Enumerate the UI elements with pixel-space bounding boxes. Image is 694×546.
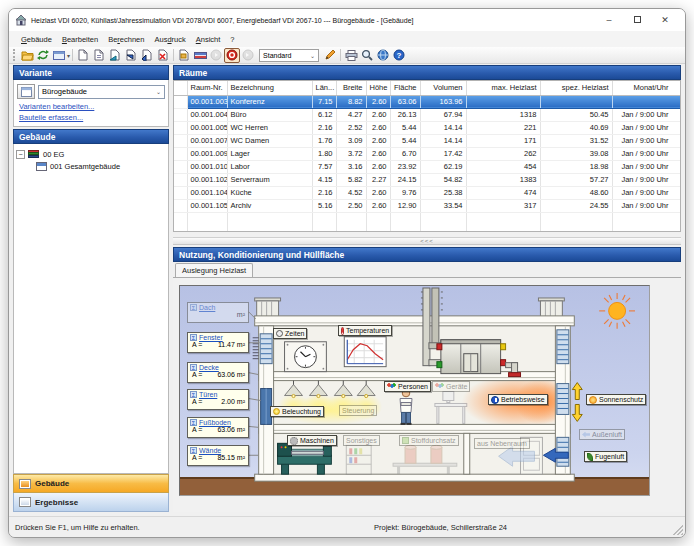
column-header[interactable]: Län...	[312, 81, 336, 95]
open-folder-button[interactable]	[19, 48, 35, 63]
row-header-cell	[174, 173, 187, 186]
table-cell: 2.60	[366, 134, 390, 147]
view-mode-button[interactable]	[51, 48, 67, 63]
variante-select-value: Bürogebäude	[42, 87, 87, 96]
table-cell: 00.001.004	[187, 108, 227, 121]
surface-link[interactable]: Türen	[199, 391, 217, 398]
table-cell: 163.96	[420, 95, 466, 108]
resize-grip[interactable]	[673, 525, 683, 535]
column-header[interactable]: Höhe	[366, 81, 390, 95]
tree-expander-icon[interactable]: −	[16, 150, 25, 159]
area-value: 63.06 m²	[217, 371, 245, 378]
diagram-label-beleuchtung[interactable]: Beleuchtung	[270, 406, 324, 417]
table-cell: 2.16	[312, 121, 336, 134]
table-row[interactable]: 00.001.102Serverraum4.155.822.2724.1554.…	[174, 173, 681, 186]
column-header[interactable]: Breite	[336, 81, 366, 95]
view-mode-caret[interactable]: ▾	[67, 52, 70, 59]
surface-link[interactable]: Fußboden	[199, 419, 231, 426]
globe-button[interactable]	[375, 48, 391, 63]
run-button[interactable]	[208, 48, 224, 63]
table-row[interactable]: 00.001.007WC Damen1.763.092.605.4414.141…	[174, 134, 681, 147]
table-cell: 00.001.104	[187, 186, 227, 199]
table-cell: 2.60	[366, 199, 390, 212]
sigma-button[interactable]: Σ	[190, 419, 197, 426]
minimize-button[interactable]: –	[595, 15, 623, 25]
close-button[interactable]: ✕	[651, 15, 679, 25]
variante-form-button[interactable]	[17, 84, 35, 99]
preset-select[interactable]: Standard⌄	[259, 49, 319, 62]
refresh-button[interactable]	[35, 48, 51, 63]
menu-item-ansicht[interactable]: Ansicht	[192, 33, 225, 46]
sigma-button[interactable]: Σ	[190, 391, 197, 398]
table-row[interactable]: 00.001.004Büro6.124.272.6026.1367.941318…	[174, 108, 681, 121]
sigma-button[interactable]: Σ	[190, 447, 197, 454]
stop-button[interactable]	[224, 48, 240, 63]
sigma-button[interactable]: Σ	[190, 304, 197, 311]
table-row[interactable]: 00.001.010Labor7.573.162.6023.9262.19454…	[174, 160, 681, 173]
diagram-label-fugenluft[interactable]: Fugenluft	[584, 451, 627, 462]
surface-link[interactable]: Fenster	[199, 334, 223, 341]
table-cell: 5.82	[336, 173, 366, 186]
diagram-label-temperaturen[interactable]: Temperaturen	[338, 325, 392, 336]
diagram-label-zeiten[interactable]: Zeiten	[273, 328, 307, 339]
splitter-bar[interactable]: <<<	[173, 237, 681, 245]
maximize-button[interactable]	[623, 15, 651, 25]
diagram-label-aussenluft: Außenluft	[579, 429, 625, 440]
bauteile-erfassen-link[interactable]: Bauteile erfassen...	[19, 113, 163, 122]
menu-item-ausdruck[interactable]: Ausdruck	[150, 33, 189, 46]
menu-item-berechnen[interactable]: Berechnen	[104, 33, 148, 46]
sigma-button[interactable]: Σ	[190, 364, 197, 371]
column-header[interactable]: Raum-Nr.	[187, 81, 227, 95]
variante-select[interactable]: Bürogebäude⌄	[38, 85, 165, 99]
tree-item-eg[interactable]: − 00 EG	[16, 148, 166, 160]
surface-link[interactable]: Decke	[199, 364, 219, 371]
menu-item-gebude[interactable]: Gebäude	[17, 33, 56, 46]
nav-ergebnisse-button[interactable]: Ergebnisse	[13, 493, 169, 512]
app-window: Heizlast VDI 6020, Kühllast/Jahressimula…	[8, 8, 686, 538]
table-cell: 1318	[466, 108, 540, 121]
diagram-label-text: Außenluft	[592, 430, 622, 439]
column-header[interactable]: Fläche	[390, 81, 420, 95]
paste-room-button[interactable]	[123, 48, 139, 63]
edit-button[interactable]	[322, 48, 338, 63]
print-button[interactable]	[343, 48, 359, 63]
diagram-label-personen[interactable]: Personen	[384, 381, 431, 392]
search-icon[interactable]	[359, 48, 375, 63]
surface-link[interactable]: Wände	[199, 447, 221, 454]
open-document-button[interactable]	[91, 48, 107, 63]
table-cell: 14.14	[420, 134, 466, 147]
diagram-label-maschinen[interactable]: Maschinen	[287, 435, 337, 446]
table-row[interactable]: 00.001.003Konferenz7.158.822.6063.06163.…	[174, 95, 681, 108]
sigma-button[interactable]: Σ	[190, 334, 197, 341]
varianten-bearbeiten-link[interactable]: Varianten bearbeiten...	[19, 102, 163, 111]
diagram-label-sonnenschutz[interactable]: Sonnenschutz	[586, 394, 646, 405]
calculate-button[interactable]	[192, 48, 208, 63]
raeume-table: Raum-Nr.BezeichnungLän...BreiteHöheFläch…	[174, 81, 681, 231]
menu-item-help[interactable]: ?	[226, 33, 238, 46]
table-row[interactable]: 00.001.105Archiv5.162.502.6012.9033.5431…	[174, 199, 681, 212]
tab-auslegung-heizlast[interactable]: Auslegung Heizlast	[175, 263, 253, 277]
table-cell: 2.60	[366, 160, 390, 173]
tree-item-gesamtgebaeude[interactable]: 001 Gesamtgebäude	[16, 160, 166, 172]
column-header[interactable]: max. Heizlast	[466, 81, 540, 95]
copy-room-button[interactable]	[107, 48, 123, 63]
column-header[interactable]: Monat/Uhr	[612, 81, 681, 95]
menu-item-bearbeiten[interactable]: Bearbeiten	[58, 33, 102, 46]
column-header[interactable]: spez. Heizlast	[540, 81, 612, 95]
table-row[interactable]: 00.001.005WC Herren2.162.522.605.4414.14…	[174, 121, 681, 134]
next-button[interactable]	[240, 48, 256, 63]
table-row[interactable]: 00.001.104Küche2.164.522.609.7625.384744…	[174, 186, 681, 199]
report-button[interactable]	[176, 48, 192, 63]
surface-link[interactable]: Dach	[199, 304, 215, 311]
status-project: Projekt: Bürogebäude, Schillerstraße 24	[374, 523, 507, 532]
delete-button[interactable]	[155, 48, 171, 63]
nav-gebaeude-button[interactable]: Gebäude	[13, 474, 169, 493]
column-header[interactable]: Volumen	[420, 81, 466, 95]
diagram-label-betriebsweise[interactable]: Betriebsweise	[488, 394, 548, 405]
move-room-button[interactable]	[139, 48, 155, 63]
new-document-button[interactable]	[75, 48, 91, 63]
table-row[interactable]: 00.001.009Lager1.803.722.606.7017.422623…	[174, 147, 681, 160]
table-cell: 9.76	[390, 186, 420, 199]
help-button[interactable]: ?	[391, 48, 407, 63]
column-header[interactable]: Bezeichnung	[227, 81, 312, 95]
